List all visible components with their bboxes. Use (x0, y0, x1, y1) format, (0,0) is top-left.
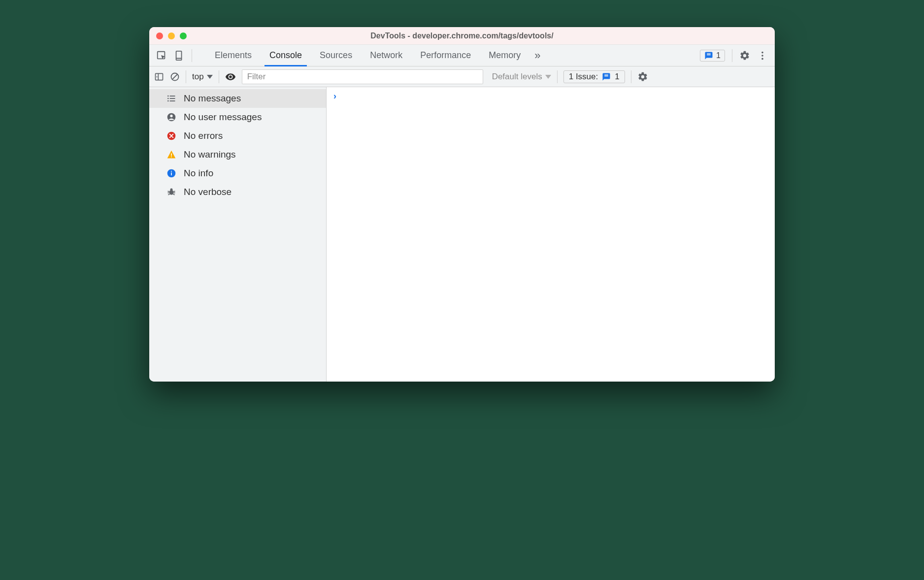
settings-icon[interactable] (739, 50, 750, 61)
chevron-down-icon (207, 75, 213, 79)
tab-label: Console (269, 50, 302, 61)
svg-point-5 (761, 58, 763, 60)
inspect-element-icon[interactable] (156, 50, 167, 61)
svg-line-31 (173, 194, 174, 195)
badge-count: 1 (716, 51, 721, 60)
svg-rect-14 (170, 98, 175, 99)
chevron-down-icon (545, 75, 551, 79)
tab-sources[interactable]: Sources (311, 45, 361, 66)
sidebar-item-label: No warnings (184, 149, 236, 160)
titlebar: DevTools - developer.chrome.com/tags/dev… (149, 27, 775, 45)
divider (186, 70, 186, 83)
svg-rect-13 (170, 96, 175, 97)
bug-icon (166, 187, 177, 197)
tab-performance[interactable]: Performance (411, 45, 480, 66)
svg-rect-22 (171, 172, 172, 175)
close-window-button[interactable] (156, 32, 163, 39)
tab-label: Performance (420, 50, 471, 61)
divider (557, 70, 558, 83)
live-expression-icon[interactable] (225, 71, 236, 82)
tab-memory[interactable]: Memory (480, 45, 529, 66)
console-toolbar: top Default levels 1 Issue: 1 (149, 66, 775, 87)
tab-label: Elements (215, 50, 252, 61)
svg-point-11 (167, 98, 169, 99)
sidebar-item-label: No user messages (184, 112, 262, 123)
svg-point-3 (761, 51, 763, 53)
device-toolbar-icon[interactable] (174, 50, 185, 61)
issues-count: 1 (615, 72, 619, 82)
messages-badge[interactable]: 1 (700, 50, 725, 62)
window-title: DevTools - developer.chrome.com/tags/dev… (149, 32, 775, 40)
chat-icon (704, 51, 713, 60)
sidebar-item-user-messages[interactable]: No user messages (149, 108, 326, 127)
svg-rect-19 (171, 154, 172, 156)
main-tabstrip: Elements Console Sources Network Perform… (149, 45, 775, 66)
svg-rect-20 (171, 157, 172, 158)
log-levels-select[interactable]: Default levels (492, 72, 551, 82)
svg-rect-23 (171, 171, 172, 172)
sidebar-item-label: No messages (184, 93, 241, 104)
execution-context-select[interactable]: top (192, 72, 213, 82)
context-label: top (192, 72, 204, 82)
svg-line-26 (168, 191, 169, 192)
traffic-lights (149, 32, 187, 39)
chat-icon (602, 72, 611, 81)
console-sidebar: No messages No user messages No errors N… (149, 87, 327, 382)
svg-line-27 (173, 191, 175, 192)
maximize-window-button[interactable] (180, 32, 187, 39)
sidebar-item-warnings[interactable]: No warnings (149, 145, 326, 164)
sidebar-item-info[interactable]: No info (149, 164, 326, 183)
console-main: No messages No user messages No errors N… (149, 87, 775, 382)
svg-point-4 (761, 55, 763, 57)
info-icon (166, 168, 177, 179)
console-prompt-icon: › (333, 91, 336, 101)
svg-point-25 (170, 189, 173, 191)
svg-rect-0 (158, 51, 165, 59)
svg-point-12 (167, 100, 169, 102)
tab-label: Network (370, 50, 402, 61)
console-output[interactable]: › (327, 87, 775, 382)
devtools-window: DevTools - developer.chrome.com/tags/dev… (149, 27, 775, 382)
tab-label: Sources (320, 50, 352, 61)
svg-line-30 (168, 194, 169, 195)
divider (631, 70, 631, 83)
sidebar-item-label: No verbose (184, 187, 231, 197)
sidebar-item-messages[interactable]: No messages (149, 89, 326, 108)
divider (732, 49, 732, 62)
issues-button[interactable]: 1 Issue: 1 (563, 70, 625, 83)
divider (192, 49, 192, 62)
user-icon (166, 112, 177, 123)
svg-line-9 (172, 74, 177, 79)
error-icon (166, 130, 177, 141)
tab-label: Memory (489, 50, 521, 61)
divider (219, 70, 219, 83)
levels-label: Default levels (492, 72, 542, 82)
filter-input[interactable] (242, 69, 483, 84)
toggle-sidebar-icon[interactable] (154, 72, 164, 82)
sidebar-item-errors[interactable]: No errors (149, 127, 326, 145)
clear-console-icon[interactable] (170, 72, 180, 82)
svg-rect-15 (170, 100, 175, 101)
tab-network[interactable]: Network (361, 45, 411, 66)
tab-console[interactable]: Console (261, 45, 311, 66)
tab-elements[interactable]: Elements (206, 45, 261, 66)
svg-point-17 (170, 115, 172, 117)
sidebar-item-verbose[interactable]: No verbose (149, 183, 326, 201)
minimize-window-button[interactable] (168, 32, 175, 39)
warning-icon (166, 149, 177, 160)
issues-label: 1 Issue: (569, 72, 598, 82)
tabs-overflow-button[interactable]: » (529, 45, 545, 66)
svg-point-10 (167, 96, 169, 97)
overflow-label: » (534, 49, 540, 62)
list-icon (166, 93, 177, 104)
console-settings-icon[interactable] (637, 71, 648, 82)
sidebar-item-label: No errors (184, 130, 223, 141)
more-options-icon[interactable] (757, 50, 768, 61)
sidebar-item-label: No info (184, 168, 213, 179)
